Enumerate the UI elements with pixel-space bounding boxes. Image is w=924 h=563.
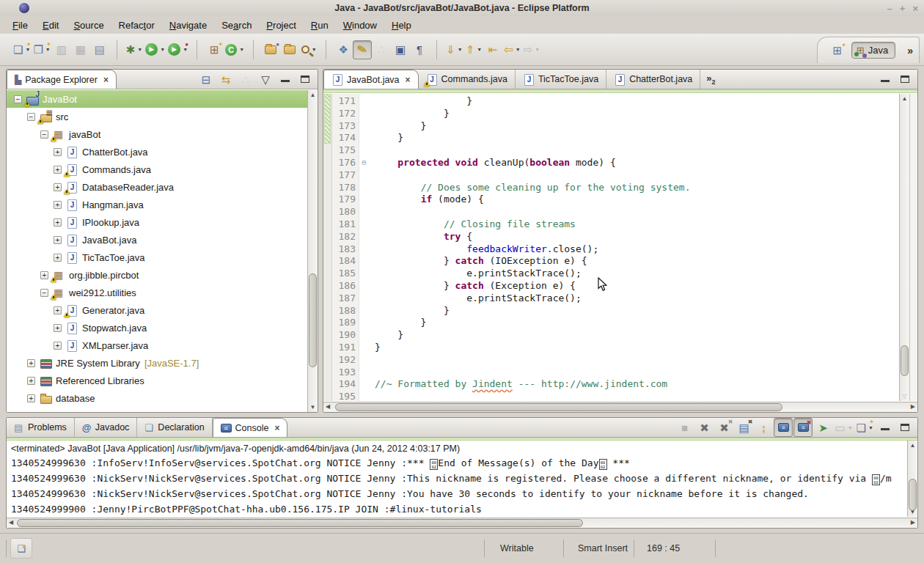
menu-window[interactable]: Window <box>337 18 384 33</box>
package-explorer-close-icon[interactable]: × <box>103 75 109 85</box>
maximize-button[interactable] <box>895 70 914 89</box>
run-button[interactable]: ▶▼ <box>144 40 166 59</box>
previous-annotation-button[interactable]: ⇑▼ <box>464 40 484 59</box>
editor-tab-chatterbot-java[interactable]: ChatterBot.java <box>606 70 700 89</box>
menu-help[interactable]: Help <box>385 18 418 33</box>
fold-collapse-icon[interactable]: ⊖ <box>359 157 369 169</box>
tree-item-javabot[interactable]: −javaBot <box>7 125 318 143</box>
minimize-button[interactable] <box>876 418 895 437</box>
scrollbar-thumb[interactable] <box>309 273 317 367</box>
tree-item-javabot-java[interactable]: +JavaBot.java <box>7 231 318 249</box>
console-tab-console[interactable]: ≡Console× <box>213 418 288 437</box>
link-with-editor-button[interactable]: ⇆ <box>216 70 235 89</box>
perspective-overflow-chevron[interactable]: » <box>907 45 913 56</box>
show-whitespace-button[interactable]: ¶ <box>410 40 429 59</box>
menu-edit[interactable]: Edit <box>36 18 65 33</box>
tree-item-generator-java[interactable]: +Generator.java <box>7 301 318 319</box>
tree-expander-plus[interactable]: + <box>54 218 62 227</box>
window-close-button[interactable]: × <box>912 3 918 14</box>
view-menu-button[interactable]: ▽ <box>256 70 275 89</box>
tree-item-src[interactable]: −src <box>7 108 318 125</box>
tree-expander-plus[interactable]: + <box>54 166 62 174</box>
toggle-breadcrumb-button[interactable]: ❖ <box>334 40 353 59</box>
package-explorer-tab[interactable]: ▙ Package Explorer × <box>7 70 117 89</box>
open-console-button[interactable]: ❏✦▼ <box>855 418 875 437</box>
mark-occurrences-button[interactable]: ✎ <box>353 40 372 59</box>
menu-refactor[interactable]: Refactor <box>112 18 161 33</box>
show-source-button[interactable]: ▣ <box>391 40 410 59</box>
tree-item-org-jibble-pircbot[interactable]: +org.jibble.pircbot <box>7 266 318 284</box>
tree-item-hangman-java[interactable]: +Hangman.java <box>7 196 318 213</box>
tree-expander-minus[interactable]: − <box>27 113 35 121</box>
next-annotation-button[interactable]: ⇓▼ <box>444 40 464 59</box>
console-tab-javadoc[interactable]: @Javadoc <box>75 418 138 437</box>
console-vertical-scrollbar[interactable]: ▲ ▼ <box>907 441 917 517</box>
menu-source[interactable]: Source <box>67 18 110 33</box>
tree-expander-plus[interactable]: + <box>54 306 62 314</box>
show-stderr-when-changed-button[interactable]: ≡✖ <box>793 418 813 437</box>
remove-launch-button[interactable]: ✖ <box>694 418 714 437</box>
tree-expander-plus[interactable]: + <box>54 201 62 209</box>
tree-expander-plus[interactable]: + <box>54 236 62 244</box>
code-area[interactable]: } } } } protected void cleanUp(boolean m… <box>369 94 899 401</box>
menu-file[interactable]: File <box>6 18 34 33</box>
print-button[interactable]: ▤ <box>90 40 109 59</box>
code-editor[interactable]: 1711721731741751761771781791801811821831… <box>323 94 917 401</box>
tree-expander-plus[interactable]: + <box>27 377 35 385</box>
console-horizontal-scrollbar[interactable]: ◀ ▶ <box>7 518 917 528</box>
maximize-button[interactable] <box>895 418 914 437</box>
tree-item-commands-java[interactable]: +Commands.java <box>7 161 318 178</box>
editor-tab-tictactoe-java[interactable]: TicTacToe.java <box>516 70 606 89</box>
window-maximize-button[interactable]: + <box>900 3 906 14</box>
maximize-button[interactable] <box>296 70 315 89</box>
search-button[interactable]: ▼ <box>299 40 318 59</box>
tree-item-jre-system-library[interactable]: +JRE System Library [JavaSE-1.7] <box>7 354 318 372</box>
menu-search[interactable]: Search <box>215 18 258 33</box>
menu-navigate[interactable]: Navigate <box>163 18 213 33</box>
console-output[interactable]: <terminated> JavaBot [Java Application] … <box>7 441 917 517</box>
tree-item-referenced-libraries[interactable]: +Referenced Libraries <box>7 372 318 389</box>
scrollbar-thumb[interactable] <box>335 403 782 411</box>
tree-item-iplookup-java[interactable]: +IPlookup.java <box>7 213 318 231</box>
open-resource-button[interactable] <box>280 40 299 59</box>
editor-tab-commands-java[interactable]: Commands.java <box>419 70 516 89</box>
tree-expander-plus[interactable]: + <box>54 148 62 156</box>
run-external-tools-button[interactable]: ▶●▼ <box>166 40 189 59</box>
scroll-lock-button[interactable]: ↨ <box>754 418 773 437</box>
tree-expander-plus[interactable]: + <box>54 324 62 332</box>
tab-close-icon[interactable]: × <box>274 423 279 433</box>
tree-expander-plus[interactable]: + <box>54 342 62 350</box>
scrollbar-thumb[interactable] <box>901 345 909 376</box>
back-button[interactable]: ⇦▼ <box>502 40 522 59</box>
scrollbar-thumb[interactable] <box>17 519 583 527</box>
window-minimize-button[interactable]: – <box>887 3 892 14</box>
java-perspective-button[interactable]: ⊞ Java <box>851 42 895 59</box>
remove-all-launches-button[interactable]: ✖✖ <box>714 418 733 437</box>
minimize-button[interactable] <box>276 70 295 89</box>
scrollbar-thumb[interactable] <box>909 479 917 511</box>
fast-view-button[interactable]: ❏✦ <box>10 538 32 559</box>
clear-console-button[interactable]: ▤✖ <box>734 418 753 437</box>
tree-expander-minus[interactable]: − <box>40 289 48 297</box>
tree-item-chatterbot-java[interactable]: +ChatterBot.java <box>7 143 318 161</box>
new-java-project-button[interactable]: ⊞✦ <box>205 40 224 59</box>
console-tab-problems[interactable]: ▤Problems <box>7 418 75 437</box>
editor-tab-javabot-java[interactable]: JavaBot.java× <box>323 70 419 89</box>
tree-item-wei2912-utilities[interactable]: −wei2912.utilities <box>7 284 318 301</box>
tree-expander-minus[interactable]: − <box>14 95 22 103</box>
console-tab-declaration[interactable]: ❏Declaration <box>137 418 212 437</box>
new-wizard-button[interactable]: ❏✦▼ <box>12 40 32 59</box>
tree-item-tictactoe-java[interactable]: +TicTacToe.java <box>7 249 318 266</box>
show-stdout-when-changed-button[interactable]: ≡ <box>774 418 793 437</box>
tab-close-icon[interactable]: × <box>406 75 411 85</box>
new-menu-button[interactable]: ❐✦▼ <box>32 40 51 59</box>
tree-expander-plus[interactable]: + <box>27 394 35 402</box>
tree-item-javabot[interactable]: −JavaBot <box>7 90 318 108</box>
menu-run[interactable]: Run <box>304 18 335 33</box>
pin-console-button[interactable]: ➤ <box>813 418 832 437</box>
minimize-button[interactable] <box>876 70 895 89</box>
tree-item-databasereader-java[interactable]: +DatabaseReader.java <box>7 178 318 196</box>
new-java-class-button[interactable]: C▼ <box>224 40 246 59</box>
open-type-button[interactable]: ● <box>261 40 280 59</box>
editor-tab-overflow[interactable]: »2 <box>700 73 721 86</box>
